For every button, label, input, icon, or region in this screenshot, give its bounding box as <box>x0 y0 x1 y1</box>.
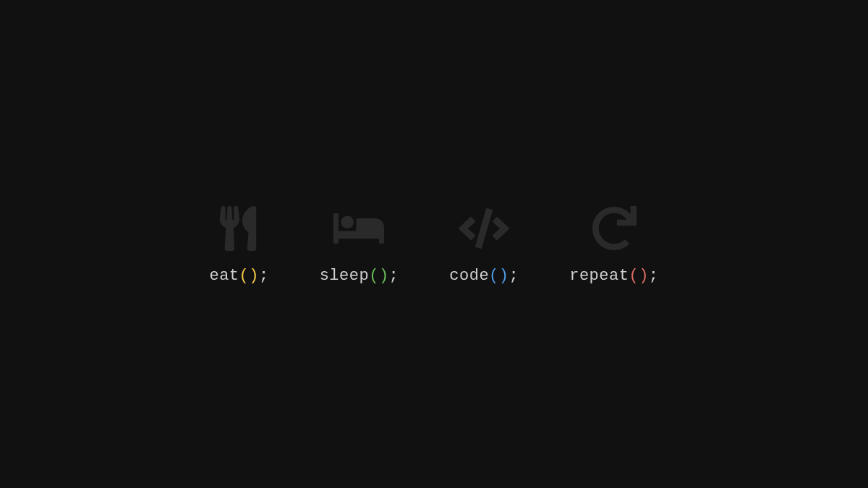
semicolon: ; <box>389 267 399 285</box>
fn-name: code <box>449 267 489 285</box>
wallpaper-row: eat(); sleep(); code(); repeat() <box>209 203 658 285</box>
parens: () <box>489 267 509 285</box>
label-eat: eat(); <box>209 267 268 285</box>
parens: () <box>369 267 388 285</box>
code-icon <box>459 203 509 254</box>
item-repeat: repeat(); <box>569 203 658 285</box>
parens: () <box>629 267 648 285</box>
label-code: code(); <box>449 267 519 285</box>
fn-name: eat <box>209 267 239 285</box>
semicolon: ; <box>649 267 659 285</box>
parens: () <box>239 267 259 285</box>
redo-icon <box>589 203 639 254</box>
item-eat: eat(); <box>209 203 268 285</box>
utensils-icon <box>214 203 265 254</box>
item-sleep: sleep(); <box>320 203 399 285</box>
fn-name: sleep <box>320 267 370 285</box>
label-repeat: repeat(); <box>569 267 658 285</box>
fn-name: repeat <box>569 267 629 285</box>
semicolon: ; <box>509 267 519 285</box>
semicolon: ; <box>259 267 269 285</box>
bed-icon <box>333 203 384 254</box>
label-sleep: sleep(); <box>320 267 399 285</box>
item-code: code(); <box>449 203 519 285</box>
